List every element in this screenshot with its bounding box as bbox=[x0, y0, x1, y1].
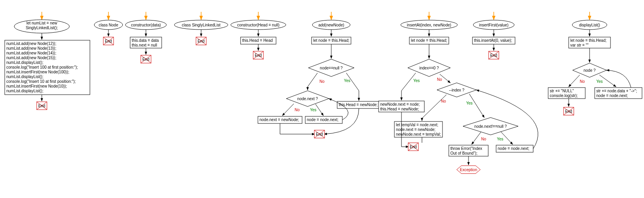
flow-main-start-line2: SinglyLinkedList(); bbox=[26, 26, 58, 30]
svg-text:No: No bbox=[441, 99, 446, 103]
svg-text:No: No bbox=[481, 137, 486, 141]
svg-text:this.Head = Head: this.Head = Head bbox=[242, 38, 273, 43]
svg-text:numList.add(new Node(13));: numList.add(new Node(13)); bbox=[6, 46, 56, 50]
svg-text:throw Error("Index: throw Error("Index bbox=[450, 146, 482, 151]
svg-text:numList.displayList();: numList.displayList(); bbox=[6, 75, 43, 79]
end-shape: End bbox=[37, 102, 47, 110]
svg-text:No: No bbox=[295, 108, 300, 112]
svg-text:numList.add(new Node(14));: numList.add(new Node(14)); bbox=[6, 51, 56, 55]
svg-text:End: End bbox=[105, 39, 112, 43]
svg-text:insertAt(index, newNode): insertAt(index, newNode) bbox=[407, 23, 451, 27]
svg-text:End: End bbox=[565, 109, 572, 114]
svg-text:node.next!==null ?: node.next!==null ? bbox=[474, 124, 507, 129]
svg-text:numList.add(new Node(12));: numList.add(new Node(12)); bbox=[6, 41, 56, 46]
svg-text:node.next ?: node.next ? bbox=[297, 97, 318, 101]
flow-add: add(newNode) let node = this.Head; node=… bbox=[258, 12, 381, 138]
svg-text:Yes: Yes bbox=[413, 78, 420, 83]
svg-text:constructor(data): constructor(data) bbox=[131, 23, 161, 27]
svg-text:End: End bbox=[410, 145, 417, 149]
svg-text:add(newNode): add(newNode) bbox=[318, 23, 344, 27]
svg-text:node ?: node ? bbox=[584, 68, 596, 73]
svg-text:node.next = newNode;: node.next = newNode; bbox=[259, 118, 299, 122]
svg-text:Yes: Yes bbox=[310, 108, 316, 112]
flow-class-sll: class SinglyLinkedList End bbox=[174, 12, 228, 45]
svg-text:newNode.next = node;: newNode.next = node; bbox=[380, 102, 420, 106]
flow-constructor-head: constructor(Head = null) this.Head = Hea… bbox=[231, 12, 286, 59]
svg-text:End: End bbox=[198, 39, 205, 43]
flow-main-start-line1: let numList = new bbox=[26, 21, 58, 25]
svg-text:let node = this.Head;: let node = this.Head; bbox=[411, 38, 447, 43]
svg-text:node = node.next;: node = node.next; bbox=[596, 93, 628, 98]
svg-text:End: End bbox=[38, 104, 45, 108]
svg-text:End: End bbox=[255, 53, 262, 58]
svg-text:numList.insertFirst(new Node(1: numList.insertFirst(new Node(100)); bbox=[6, 70, 69, 74]
svg-text:console.log("Insert 100 at fir: console.log("Insert 100 at first positio… bbox=[6, 65, 78, 69]
svg-text:displayList(): displayList() bbox=[579, 23, 600, 27]
svg-text:numList.insertFirst(new Node(1: numList.insertFirst(new Node(10)); bbox=[6, 84, 67, 88]
svg-text:this.Head = newNode;: this.Head = newNode; bbox=[339, 103, 378, 107]
svg-text:newNode.next = tempVal;: newNode.next = tempVal; bbox=[396, 132, 441, 136]
svg-text:insertFirst(value): insertFirst(value) bbox=[479, 23, 508, 27]
svg-text:let node = this.Head;: let node = this.Head; bbox=[570, 38, 607, 43]
svg-text:No: No bbox=[437, 77, 442, 82]
svg-text:Out of Bound");: Out of Bound"); bbox=[450, 151, 478, 155]
flow-main: let numList = new SinglyLinkedList(); nu… bbox=[5, 12, 90, 110]
svg-text:node.next = newNode;: node.next = newNode; bbox=[396, 127, 435, 132]
svg-text:str += "NULL": str += "NULL" bbox=[550, 89, 574, 93]
svg-text:No: No bbox=[580, 79, 585, 84]
svg-text:End: End bbox=[142, 57, 149, 62]
svg-text:class Node: class Node bbox=[99, 23, 118, 27]
flow-insertfirst: insertFirst(value) this.insertAt(0, valu… bbox=[472, 12, 515, 59]
flowchart-svg: let numList = new SinglyLinkedList(); nu… bbox=[4, 4, 644, 198]
svg-text:let tempVal = node.next;: let tempVal = node.next; bbox=[396, 123, 438, 127]
flow-insertat: insertAt(index, newNode) let node = this… bbox=[379, 12, 538, 174]
svg-text:Yes: Yes bbox=[497, 137, 503, 141]
svg-text:Yes: Yes bbox=[596, 79, 603, 84]
svg-text:this.Head = newNode;: this.Head = newNode; bbox=[380, 107, 419, 111]
svg-text:node = node.next;: node = node.next; bbox=[498, 146, 529, 151]
svg-text:End: End bbox=[490, 53, 497, 58]
svg-text:str += node.data + "->";: str += node.data + "->"; bbox=[596, 89, 637, 93]
svg-text:numList.add(new Node(15));: numList.add(new Node(15)); bbox=[6, 56, 56, 60]
svg-text:Yes: Yes bbox=[466, 101, 472, 105]
svg-text:this.data = data: this.data = data bbox=[132, 38, 159, 43]
svg-text:this.next = null: this.next = null bbox=[132, 43, 157, 47]
svg-text:console.log("Insert 10 at firs: console.log("Insert 10 at first position… bbox=[6, 79, 76, 84]
svg-text:Exception: Exception bbox=[460, 168, 477, 172]
svg-text:Yes: Yes bbox=[344, 78, 350, 83]
svg-text:this.insertAt(0, value);: this.insertAt(0, value); bbox=[474, 38, 512, 43]
svg-text:constructor(Head = null): constructor(Head = null) bbox=[237, 23, 280, 27]
svg-text:node==null ?: node==null ? bbox=[320, 66, 343, 70]
svg-text:numList.displayList();: numList.displayList(); bbox=[6, 60, 43, 65]
flow-class-node: class Node End bbox=[94, 12, 123, 45]
svg-text:--index ?: --index ? bbox=[449, 88, 465, 92]
svg-text:No: No bbox=[319, 79, 325, 84]
svg-text:console.log(str);: console.log(str); bbox=[550, 93, 578, 98]
svg-text:class SinglyLinkedList: class SinglyLinkedList bbox=[182, 23, 220, 27]
svg-text:var str = "": var str = "" bbox=[570, 43, 589, 47]
flow-displaylist: displayList() let node = this.Head;var s… bbox=[548, 12, 642, 115]
svg-text:node = node.next;: node = node.next; bbox=[307, 118, 338, 122]
flow-constructor-data: constructor(data) this.data = datathis.n… bbox=[125, 12, 166, 63]
svg-text:index==0 ?: index==0 ? bbox=[419, 66, 439, 70]
svg-text:let node = this.Head;: let node = this.Head; bbox=[313, 38, 349, 43]
svg-text:numList.displayList();: numList.displayList(); bbox=[6, 89, 43, 93]
svg-text:End: End bbox=[316, 132, 323, 136]
